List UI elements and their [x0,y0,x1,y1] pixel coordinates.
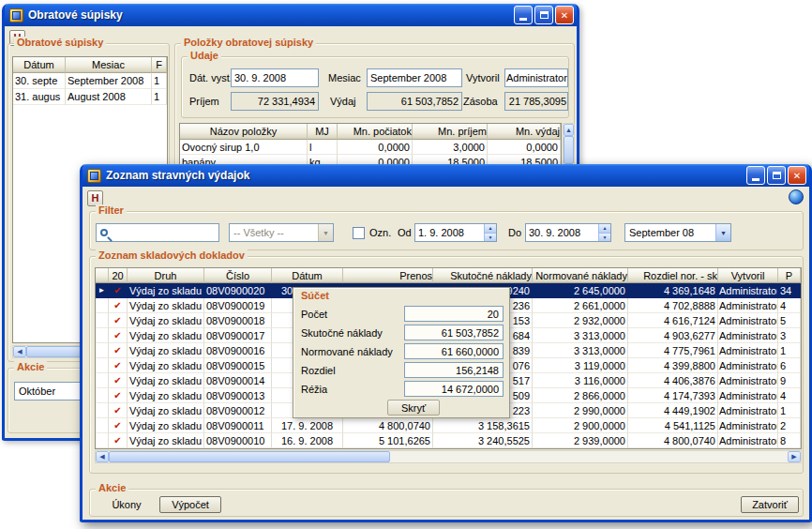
spin-up-icon[interactable]: ▲ [485,224,496,234]
table-row[interactable]: ✔ Výdaj zo skladu 08V0900010 16. 9. 2008… [96,433,801,448]
window-zoznam-stravnych-vydajok: Zoznam stravných výdajok ✕ H Filter -- V… [80,164,812,522]
column-header[interactable]: Číslo [204,268,272,283]
cell: Výdaj zo skladu [128,313,204,328]
cell: 5 [778,313,801,328]
column-header[interactable]: F [152,57,167,73]
column-header[interactable]: Názov položky [180,124,308,140]
cell: Výdaj zo skladu [128,358,204,373]
table-row[interactable]: 30. septe September 2008 1 [13,73,167,89]
maximize-button[interactable] [767,166,786,185]
cell: Výdaj zo skladu [128,373,204,388]
horizontal-scrollbar[interactable]: ◀ ▶ [95,450,802,463]
spin-up-icon[interactable]: ▲ [599,224,610,234]
cell: Administrator [718,313,778,328]
titlebar[interactable]: Zoznam stravných výdajok ✕ [83,164,809,187]
column-header[interactable]: Mn. výdaj [488,124,561,140]
cell: 0,0000 [338,140,413,155]
cell: Výdaj zo skladu [128,418,204,433]
cell: 3 119,0000 [533,358,628,373]
check-icon[interactable]: ✔ [109,328,128,343]
field-value: 21 785,3095 [509,96,566,107]
table-row[interactable]: 31. augus August 2008 1 [13,89,167,105]
cell: 08V0900010 [204,433,272,448]
column-header[interactable]: Prenos [343,268,433,283]
column-header[interactable]: Mn. príjem [413,124,488,140]
column-header[interactable]: 20 [109,268,128,283]
check-icon[interactable]: ✔ [109,388,128,403]
column-header[interactable]: Mesiac [66,57,152,73]
scroll-left-icon[interactable]: ◀ [13,346,26,357]
cell: 4 369,1648 [628,283,718,298]
ozn-checkbox[interactable] [353,227,365,239]
cell: 08V0900020 [204,283,272,298]
vydaj-field: 61 503,7852 [367,92,462,111]
date-from-field[interactable]: 1. 9. 2008 ▲▼ [414,223,497,242]
column-header[interactable] [96,268,109,283]
scrollbar-thumb[interactable] [26,346,81,357]
check-icon[interactable]: ✔ [109,418,128,433]
cell: 2 866,0000 [533,388,628,403]
column-header[interactable]: Vytvoril [718,268,778,283]
vypocet-button[interactable]: Výpočet [159,496,221,513]
globe-icon[interactable] [789,189,804,204]
column-header[interactable]: Druh [128,268,204,283]
scroll-up-icon[interactable]: ▲ [564,124,574,136]
column-header[interactable]: Dátum [13,57,66,73]
cell: 31. augus [13,89,66,105]
close-button[interactable]: ✕ [555,6,574,24]
check-icon[interactable]: ✔ [109,403,128,418]
date-value: 1. 9. 2008 [415,224,484,241]
close-button[interactable]: ✕ [788,166,806,185]
spin-down-icon[interactable]: ▼ [485,234,496,242]
check-icon[interactable]: ✔ [109,358,128,373]
row-indicator [96,388,109,403]
month-combo[interactable]: September 08 ▼ [624,223,731,242]
column-header[interactable]: Mn. počiatok [338,124,413,140]
maximize-icon [773,172,781,179]
search-input[interactable] [112,227,218,238]
table-header-row: Názov položky MJ Mn. počiatok Mn. príjem… [180,124,561,140]
window-title: Obratové súpisky [28,8,512,22]
check-icon[interactable]: ✔ [109,313,128,328]
zatvorit-button[interactable]: Zatvoriť [741,496,799,513]
column-header[interactable]: Normované náklady [533,268,628,283]
check-icon[interactable]: ✔ [109,373,128,388]
column-header[interactable]: P [778,268,801,283]
cell: 08V0900018 [204,313,272,328]
check-icon[interactable]: ✔ [109,283,128,298]
table-row[interactable]: Ovocný sirup 1,0 l 0,0000 3,0000 0,0000 [180,140,561,155]
table-row[interactable]: ✔ Výdaj zo skladu 08V0900011 17. 9. 2008… [96,418,801,433]
titlebar[interactable]: Obratové súpisky ✕ [5,4,577,26]
cell: 1 [152,73,167,89]
chevron-down-icon[interactable]: ▼ [318,224,333,241]
ukony-button[interactable]: Úkony [101,496,152,513]
column-header[interactable]: Dátum [272,268,343,283]
scrollbar-thumb[interactable] [564,136,574,164]
field-value: 61 503,7852 [401,96,459,107]
cell: Administrator [718,298,778,313]
column-header[interactable]: Skutočné náklady [433,268,533,283]
chevron-down-icon[interactable]: ▼ [715,224,730,241]
scroll-right-icon[interactable]: ▶ [788,451,801,462]
combo-value: -- Všetky -- [230,224,318,241]
row-indicator [96,313,109,328]
check-icon[interactable]: ✔ [109,298,128,313]
sum-row: Počet 20 [293,306,509,322]
cell: Administrator [718,343,778,358]
cell: 3 116,0000 [533,373,628,388]
spin-down-icon[interactable]: ▼ [599,234,610,242]
date-to-field[interactable]: 30. 9. 2008 ▲▼ [525,223,611,242]
minimize-button[interactable] [746,166,765,185]
maximize-button[interactable] [534,6,553,24]
scroll-left-icon[interactable]: ◀ [96,451,109,462]
column-header[interactable]: Rozdiel nor. - sk [628,268,718,283]
type-combo[interactable]: -- Všetky -- ▼ [229,223,334,242]
scrollbar-thumb[interactable] [109,451,390,462]
minimize-icon [752,178,759,181]
hide-button[interactable]: Skryť [387,400,440,416]
minimize-button[interactable] [514,6,533,24]
cell: 9 [778,373,801,388]
column-header[interactable]: MJ [308,124,338,140]
check-icon[interactable]: ✔ [109,433,128,448]
check-icon[interactable]: ✔ [109,343,128,358]
